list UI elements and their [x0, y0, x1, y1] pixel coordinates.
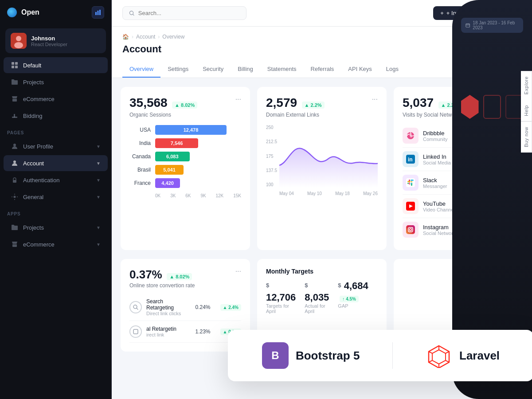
sidebar-item-general[interactable]: General ▼	[4, 189, 108, 205]
stats-icon[interactable]	[92, 6, 104, 19]
bar-row-canada: Canada 6,083	[129, 152, 241, 161]
sidebar-item-label: User Profile	[23, 143, 53, 150]
tab-security[interactable]: Security	[196, 61, 231, 78]
svg-rect-47	[466, 24, 470, 27]
y-label-1375: 137.5	[266, 168, 277, 173]
stat-badge-organic: ▲ 8.02%	[172, 102, 197, 109]
store-icon	[11, 95, 19, 103]
sidebar-item-projects[interactable]: Projects	[4, 74, 108, 90]
targets-number: 12,706	[266, 292, 296, 303]
breadcrumb-account[interactable]: Account	[136, 34, 155, 40]
folder2-icon	[11, 223, 19, 231]
search-icon	[129, 10, 135, 16]
stat-label-organic: Organic Sessions	[129, 112, 197, 118]
x-label-may26: May 26	[363, 191, 378, 196]
folder-icon	[11, 78, 19, 86]
gap-badge: ↑ 4.5%	[340, 296, 359, 302]
bar-chart: USA 12,478 India 7,546 Canada 6,083	[129, 125, 241, 198]
actual-amount: $ 8,035	[305, 280, 329, 303]
sidebar-item-projects-app[interactable]: Projects ▼	[4, 219, 108, 235]
bar-track: 7,546	[155, 138, 241, 148]
hex-shape-3	[505, 95, 523, 119]
gap-number: 4,684	[344, 280, 368, 291]
bar-track: 6,083	[155, 152, 241, 161]
bar-fill: 12,478	[155, 125, 227, 135]
frameworks-popup: B Bootstrap 5 Laravel	[228, 330, 532, 381]
sidebar-item-label: General	[23, 194, 43, 200]
tab-referrals[interactable]: Referrals	[304, 61, 341, 78]
stat-value-domain: 2,579	[266, 96, 297, 110]
retarget-pct: 0.24%	[196, 304, 211, 310]
sidebar-item-user-profile[interactable]: User Profile ▼	[4, 138, 108, 154]
buy-now-label[interactable]: Buy now	[521, 121, 532, 153]
lock-icon	[11, 176, 19, 184]
svg-rect-27	[407, 181, 411, 182]
y-label-100: 100	[266, 182, 277, 187]
more-options-button[interactable]: ···	[235, 268, 241, 275]
svg-text:in: in	[408, 156, 413, 163]
svg-rect-22	[406, 178, 415, 187]
x-label-may04: May 04	[279, 191, 294, 196]
svg-rect-26	[407, 183, 409, 184]
help-label[interactable]: Help	[521, 100, 532, 121]
hex-shape-1	[461, 95, 479, 119]
user-card[interactable]: Johnson React Developer	[5, 28, 106, 53]
more-options-button[interactable]: ···	[372, 96, 378, 103]
sidebar-item-authentication[interactable]: Authentication ▼	[4, 172, 108, 188]
tab-overview[interactable]: Overview	[122, 61, 160, 78]
actual-number: 8,035	[305, 292, 329, 303]
search-box[interactable]	[122, 6, 246, 20]
more-options-button[interactable]: ···	[235, 96, 241, 103]
gap-val: $ 4,684 ↑ 4.5% GAP	[338, 280, 378, 314]
tab-billing[interactable]: Billing	[231, 61, 260, 78]
stat-badge-domain: ▲ 2.2%	[302, 102, 325, 109]
grid-icon	[11, 61, 19, 69]
retarget-icon	[129, 301, 142, 313]
explore-label[interactable]: Explore	[521, 71, 532, 100]
axis-15k: 15K	[233, 193, 241, 198]
sidebar-item-ecommerce[interactable]: eCommerce	[4, 91, 108, 107]
sidebar-item-ecommerce-app[interactable]: eCommerce ▼	[4, 236, 108, 252]
tab-settings[interactable]: Settings	[160, 61, 196, 78]
bootstrap-name: Bootstrap 5	[296, 349, 360, 363]
logo-icon	[7, 8, 17, 17]
line-chart-svg	[279, 125, 378, 188]
retarget-item-search: Search Retargeting Direct link clicks 0.…	[129, 294, 241, 321]
sidebar-item-label: eCommerce	[23, 241, 55, 248]
retarget-sub: irect link	[146, 332, 191, 337]
sidebar-item-bidding[interactable]: Bidding	[4, 108, 108, 124]
dark-panel-content: 18 Jan 2023 - 16 Feb 2023	[452, 0, 532, 128]
axis-0k: 0K	[155, 193, 160, 198]
targets-val: $ 12,706 Targets for April	[266, 280, 296, 314]
svg-point-16	[14, 196, 16, 198]
chevron-icon: ▼	[96, 225, 101, 230]
svg-rect-28	[411, 181, 412, 182]
stat-value-social: 5,037	[403, 96, 434, 110]
tab-logs[interactable]: Logs	[379, 61, 406, 78]
sidebar-item-default[interactable]: Default	[4, 57, 108, 73]
retarget-info: Search Retargeting Direct link clicks	[146, 298, 191, 316]
svg-point-5	[14, 42, 23, 48]
svg-rect-9	[15, 66, 18, 68]
actual-label: Actual for April	[305, 303, 329, 314]
conv-value: 0.37%	[129, 268, 162, 281]
avatar	[11, 33, 27, 49]
tab-statements[interactable]: Statements	[260, 61, 304, 78]
retarget-pct: 1.23%	[196, 329, 211, 335]
svg-rect-0	[95, 12, 97, 15]
bar-label: India	[129, 140, 151, 146]
x-label-may18: May 18	[335, 191, 350, 196]
svg-rect-1	[98, 11, 99, 15]
settings-icon	[11, 193, 19, 201]
axis-9k: 9K	[200, 193, 206, 198]
svg-rect-2	[99, 10, 101, 15]
hex-container	[461, 95, 523, 119]
account-icon	[11, 159, 19, 167]
tab-api-keys[interactable]: API Keys	[341, 61, 379, 78]
retarget-badge: ▲ 2.4%	[220, 304, 241, 311]
y-label-2125: 212.5	[266, 139, 277, 144]
search-input[interactable]	[138, 10, 240, 16]
slack-icon	[403, 175, 419, 191]
sidebar-item-label: Account	[23, 160, 44, 167]
sidebar-item-account[interactable]: Account ▼	[4, 155, 108, 171]
